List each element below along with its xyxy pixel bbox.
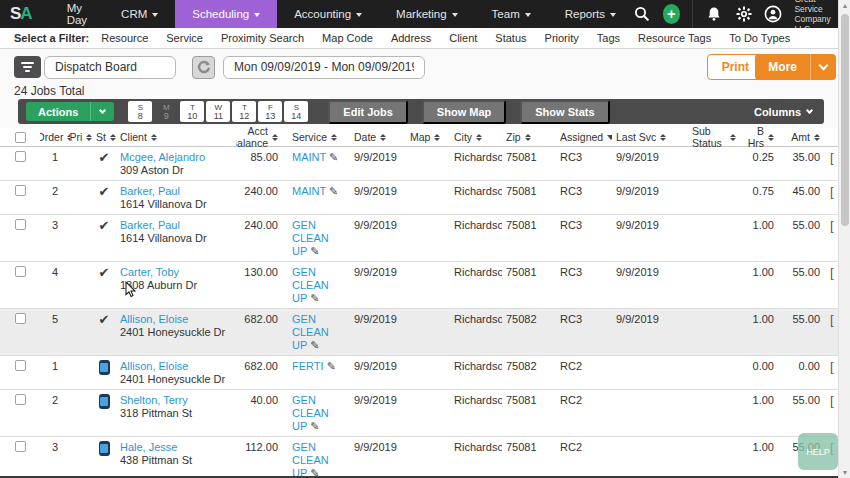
filter-address[interactable]: Address [391, 32, 431, 44]
client-name-link[interactable]: Allison, Eloise [120, 313, 232, 326]
column-header-date[interactable]: Date [346, 131, 400, 143]
table-row[interactable]: 2Shelton, Terry318 Pittman St40.00GEN CL… [0, 390, 838, 437]
edit-pencil-icon[interactable]: ✎ [327, 360, 336, 372]
nav-item-my-day[interactable]: My Day [50, 0, 104, 28]
day-tab-s14[interactable]: S14 [284, 101, 308, 122]
scroll-down-icon[interactable]: ▼ [839, 469, 850, 476]
edit-jobs-button[interactable]: Edit Jobs [328, 100, 408, 124]
column-header-service[interactable]: Service [282, 131, 346, 143]
service-link[interactable]: MAINT [292, 151, 326, 163]
table-row[interactable]: 1✔Mcgee, Alejandro309 Aston Dr85.00MAINT… [0, 147, 838, 181]
actions-chevron-down-icon[interactable] [91, 102, 114, 121]
filter-service[interactable]: Service [166, 32, 203, 44]
table-row[interactable]: 3Hale, Jesse438 Pittman St112.00GEN CLEA… [0, 437, 838, 478]
column-header-order[interactable]: Order [40, 131, 70, 143]
column-header-zip[interactable]: Zip [502, 131, 548, 143]
column-header-acct_balance[interactable]: Acct Balance [236, 125, 282, 149]
client-name-link[interactable]: Mcgee, Alejandro [120, 151, 232, 164]
settings-icon[interactable] [735, 4, 753, 24]
actions-button-label[interactable]: Actions [26, 102, 91, 121]
filter-client[interactable]: Client [449, 32, 477, 44]
row-checkbox[interactable] [15, 219, 26, 230]
client-name-link[interactable]: Hale, Jesse [120, 441, 232, 454]
column-header-b_hrs[interactable]: B Hrs [740, 125, 778, 149]
edit-pencil-icon[interactable]: ✎ [329, 151, 338, 163]
row-checkbox[interactable] [15, 360, 26, 371]
client-name-link[interactable]: Allison, Eloise [120, 360, 232, 373]
column-header-amt[interactable]: Amt [778, 131, 826, 143]
row-checkbox[interactable] [15, 185, 26, 196]
board-search-input[interactable] [44, 56, 176, 79]
table-row[interactable]: 5✔Allison, Eloise2401 Honeysuckle Dr682.… [0, 309, 838, 356]
client-name-link[interactable]: Barker, Paul [120, 185, 232, 198]
more-button[interactable]: More [755, 54, 836, 80]
scroll-up-icon[interactable]: ▲ [839, 2, 850, 9]
nav-item-accounting[interactable]: Accounting [277, 0, 379, 28]
day-tab-w11[interactable]: W11 [206, 101, 230, 122]
row-checkbox[interactable] [15, 151, 26, 162]
show-map-button[interactable]: Show Map [422, 100, 506, 124]
column-header-sub_status[interactable]: Sub Status [688, 125, 740, 149]
row-checkbox[interactable] [15, 441, 26, 452]
filter-resource-tags[interactable]: Resource Tags [638, 32, 711, 44]
column-header-last_svc[interactable]: Last Svc [612, 131, 688, 143]
nav-item-team[interactable]: Team [475, 0, 548, 28]
filter-map-code[interactable]: Map Code [322, 32, 373, 44]
row-checkbox[interactable] [15, 313, 26, 324]
notifications-icon[interactable] [705, 4, 723, 24]
user-icon[interactable] [764, 4, 782, 24]
add-icon[interactable]: + [663, 4, 681, 24]
help-button[interactable]: HELP [798, 433, 838, 470]
columns-button[interactable]: Columns [754, 106, 812, 118]
nav-item-crm[interactable]: CRM [104, 0, 175, 28]
filter-funnel-icon[interactable] [14, 56, 41, 78]
select-all-checkbox[interactable] [15, 132, 26, 143]
column-header-pri[interactable]: Pri [70, 131, 92, 143]
column-header-client[interactable]: Client [116, 131, 236, 143]
table-row[interactable]: 1Allison, Eloise2401 Honeysuckle Dr682.0… [0, 356, 838, 390]
edit-pencil-icon[interactable]: ✎ [310, 245, 319, 257]
edit-pencil-icon[interactable]: ✎ [310, 420, 319, 432]
nav-item-marketing[interactable]: Marketing [379, 0, 475, 28]
client-name-link[interactable]: Carter, Toby [120, 266, 232, 279]
column-header-map[interactable]: Map [400, 131, 450, 143]
day-tab-t12[interactable]: T12 [232, 101, 256, 122]
table-row[interactable]: 4✔Carter, Toby1808 Auburn Dr130.00GEN CL… [0, 262, 838, 309]
vertical-scrollbar[interactable]: ▲ ▼ [838, 0, 850, 478]
service-link[interactable]: FERTI [292, 360, 324, 372]
table-row[interactable]: 3✔Barker, Paul1614 Villanova Dr240.00GEN… [0, 215, 838, 262]
filter-to-do-types[interactable]: To Do Types [729, 32, 790, 44]
filter-resource[interactable]: Resource [101, 32, 148, 44]
filter-status[interactable]: Status [495, 32, 526, 44]
column-header-assigned[interactable]: Assigned [548, 131, 612, 143]
app-logo[interactable]: SA [0, 0, 50, 28]
filter-proximity-search[interactable]: Proximity Search [221, 32, 304, 44]
row-checkbox[interactable] [15, 394, 26, 405]
more-chevron-down-icon[interactable] [811, 54, 836, 80]
day-tab-f13[interactable]: F13 [258, 101, 282, 122]
filter-priority[interactable]: Priority [545, 32, 579, 44]
nav-item-reports[interactable]: Reports [548, 0, 633, 28]
actions-button[interactable]: Actions [26, 102, 114, 121]
edit-pencil-icon[interactable]: ✎ [310, 292, 319, 304]
more-button-label[interactable]: More [755, 54, 811, 80]
day-tab-t10[interactable]: T10 [180, 101, 204, 122]
nav-item-scheduling[interactable]: Scheduling [175, 0, 277, 28]
client-name-link[interactable]: Barker, Paul [120, 219, 232, 232]
show-stats-button[interactable]: Show Stats [520, 100, 609, 124]
edit-pencil-icon[interactable]: ✎ [329, 185, 338, 197]
day-tab-s8[interactable]: S8 [128, 101, 152, 122]
day-tab-m9[interactable]: M9 [154, 101, 178, 122]
date-range-input[interactable] [223, 56, 425, 79]
row-checkbox[interactable] [15, 266, 26, 277]
client-name-link[interactable]: Shelton, Terry [120, 394, 232, 407]
column-header-city[interactable]: City [450, 131, 502, 143]
refresh-icon[interactable] [192, 56, 215, 79]
filter-tags[interactable]: Tags [597, 32, 620, 44]
table-row[interactable]: 2✔Barker, Paul1614 Villanova Dr240.00MAI… [0, 181, 838, 215]
column-header-st[interactable]: St [92, 131, 116, 143]
scrollbar-thumb[interactable] [841, 14, 849, 226]
edit-pencil-icon[interactable]: ✎ [310, 339, 319, 351]
search-icon[interactable] [633, 4, 651, 24]
service-link[interactable]: MAINT [292, 185, 326, 197]
